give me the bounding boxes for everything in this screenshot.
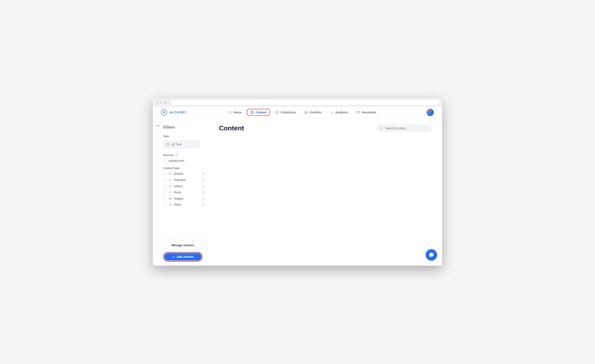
plus-icon [172,255,175,258]
nav-items: Home Content Collections [178,109,426,116]
svg-line-32 [382,129,382,129]
type-label: Images [174,197,201,200]
analytics-icon [330,111,334,114]
svg-rect-12 [167,143,169,146]
date-value: All Time [171,143,182,146]
type-videos[interactable]: Videos 0 [163,185,204,188]
chat-widget[interactable] [425,249,437,261]
nav-label: Collections [281,111,296,114]
article-icon [169,172,172,175]
type-count: 0 [203,178,204,182]
nav-collections[interactable]: Collections [272,109,299,116]
avatar[interactable] [426,109,434,116]
type-label: Videos [174,185,201,188]
date-filter[interactable]: All Time [163,140,200,149]
type-articles[interactable]: Articles 0 [163,172,204,175]
app-content: A AUTHORY Home Content [153,107,442,266]
nav-content[interactable]: Content [247,109,270,116]
checkbox[interactable] [163,197,167,200]
search-icon [380,127,383,130]
home-icon [228,111,232,114]
sources-label: Sources ? [163,153,204,157]
url-bar[interactable] [171,100,439,105]
content-type-label: Content type [163,166,204,170]
add-content-label: Add content [177,255,194,258]
checkbox[interactable] [163,178,167,182]
post-icon [169,191,172,194]
type-count: 0 [203,191,204,194]
calendar-icon [166,143,170,146]
page-title: Content [219,124,244,132]
type-label: Posts [174,191,201,194]
type-label: Podcasts [174,178,201,182]
maximize-window-dot[interactable] [164,101,167,104]
type-label: Articles [174,172,201,175]
type-list: Articles 0 Podcasts 0 Videos [163,172,204,206]
content-header: Content [219,124,432,132]
type-count: 0 [203,197,204,200]
nav-home[interactable]: Home [225,109,244,116]
video-icon [169,185,172,188]
content-icon [250,111,254,114]
checkbox[interactable] [163,191,167,194]
nav-label: Content [255,111,267,114]
type-posts[interactable]: Posts 0 [163,191,204,194]
checkbox[interactable] [163,172,167,175]
svg-marker-23 [170,185,171,187]
type-count: 0 [203,172,204,175]
pdf-icon [169,203,172,206]
nav-newsletter[interactable]: Newsletter [354,109,379,116]
source-item[interactable]: authory.com [163,159,204,162]
nav-label: Portfolio [310,111,322,114]
sidebar-footer: Manage sources Add content [153,237,209,262]
type-label: PDFs [174,203,201,206]
filters-title: Filters [163,124,204,130]
checkbox[interactable] [163,159,167,162]
collections-icon [275,111,279,114]
nav-label: Home [234,111,241,114]
minimize-window-dot[interactable] [160,101,163,104]
window-controls [156,101,167,104]
svg-rect-5 [276,111,278,113]
nav-label: Analytics [335,111,348,114]
sidebar-scroll: Filters Date All Time Sources ? [163,124,204,237]
source-label: authory.com [169,159,184,162]
checkbox[interactable] [163,185,167,188]
sidebar: Filters Date All Time Sources ? [153,118,209,266]
svg-point-31 [380,127,382,129]
manage-sources-button[interactable]: Manage sources [163,241,202,250]
browser-chrome [153,98,442,107]
image-icon [169,197,172,200]
browser-window: A AUTHORY Home Content [153,98,442,266]
svg-point-7 [305,112,306,113]
podcast-icon [169,178,172,182]
help-icon[interactable]: ? [175,154,178,157]
search-input[interactable] [385,127,428,130]
nav-analytics[interactable]: Analytics [327,109,351,116]
type-count: 0 [203,185,204,188]
type-count: 0 [203,203,204,206]
sidebar-indicator [156,125,159,126]
newsletter-icon [356,111,360,114]
add-content-button[interactable]: Add content [163,252,202,262]
type-images[interactable]: Images 0 [163,197,204,200]
main-row: Filters Date All Time Sources ? [153,118,442,266]
top-nav: A AUTHORY Home Content [153,107,442,118]
type-pdfs[interactable]: PDFs 0 [163,203,204,206]
search-box[interactable] [376,125,432,132]
checkbox[interactable] [163,203,167,206]
portfolio-icon [305,111,308,114]
content-area: Content [209,118,442,266]
type-podcasts[interactable]: Podcasts 0 [163,178,204,182]
nav-portfolio[interactable]: Portfolio [302,109,325,116]
logo-icon: A [161,109,167,115]
nav-label: Newsletter [362,111,376,114]
close-window-dot[interactable] [156,101,158,104]
date-label: Date [163,135,204,138]
